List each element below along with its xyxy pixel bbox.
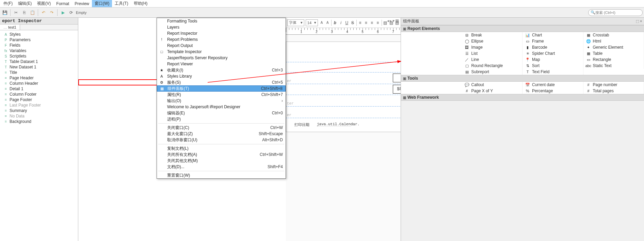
- tree-node[interactable]: SScriptlets: [0, 53, 78, 59]
- save-icon[interactable]: 💾: [1, 9, 8, 16]
- palette-item[interactable]: ▦Table: [583, 50, 644, 57]
- menu-item[interactable]: ▦组件面板(T)Ctrl+Shift+8: [157, 85, 286, 92]
- menu-item[interactable]: 属性(R)Ctrl+Shift+7: [157, 92, 286, 98]
- menu-item[interactable]: Report Output: [157, 43, 286, 49]
- menu-item[interactable]: 输出(O)›: [157, 98, 286, 104]
- next-icon[interactable]: ▸: [390, 18, 392, 23]
- menu-item[interactable]: 关闭其他文档(M): [157, 158, 286, 164]
- copy-icon[interactable]: ⎘: [21, 9, 28, 16]
- menu-format[interactable]: Format: [53, 1, 72, 7]
- section-report-elements[interactable]: ▣Report Elements: [401, 25, 644, 32]
- palette-item[interactable]: 📊Chart: [522, 32, 583, 38]
- cut-icon[interactable]: ✂: [13, 9, 19, 16]
- menu-item[interactable]: 最大化窗口(Z)Shift+Escape: [157, 131, 286, 137]
- menu-item[interactable]: □Template Inspector: [157, 49, 286, 55]
- menu-item[interactable]: JasperReports Server Repository: [157, 55, 286, 61]
- search-box[interactable]: 🔍: [588, 9, 643, 16]
- palette-item[interactable]: ▤Subreport: [462, 69, 523, 75]
- search-input[interactable]: [595, 11, 642, 15]
- redo-icon[interactable]: ↷: [48, 9, 55, 16]
- refresh-icon[interactable]: ⟳: [68, 9, 75, 16]
- palette-controls[interactable]: ⬚ ×: [636, 19, 642, 23]
- align-center-icon[interactable]: ≡: [364, 19, 368, 26]
- menu-item[interactable]: 关闭窗口(C)Ctrl+W: [157, 125, 286, 131]
- menu-item[interactable]: 关闭所有文档(A)Ctrl+Shift+W: [157, 151, 286, 158]
- palette-item[interactable]: ⊟Break: [462, 32, 523, 38]
- menu-item[interactable]: 取消停靠窗口(U)Alt+Shift+D: [157, 137, 286, 143]
- palette-item[interactable]: ▮Barcode: [522, 44, 583, 50]
- palette-item[interactable]: %Percentage: [522, 88, 583, 94]
- palette-item[interactable]: 🌐Html: [583, 38, 644, 44]
- menu-tools[interactable]: 工具(T): [112, 0, 131, 7]
- menu-item[interactable]: 文档(D)...Shift+F4: [157, 164, 286, 170]
- palette-item[interactable]: 💬Callout: [462, 82, 523, 88]
- canvas[interactable]: 年龄 er $F{age} ter er 打印日期 java.util.Cale…: [286, 35, 401, 241]
- palette-item[interactable]: 🖼Image: [462, 44, 523, 50]
- palette-item[interactable]: ／Line: [462, 57, 523, 63]
- tree-node[interactable]: =Last Page Footer: [0, 102, 78, 108]
- window-dropdown[interactable]: Formatting ToolsLayersReport Inspector!R…: [157, 18, 286, 179]
- grid-icon[interactable]: ▦: [395, 18, 399, 23]
- tree-node[interactable]: TNew Dataset 1: [0, 64, 78, 70]
- prev-icon[interactable]: ◂: [387, 18, 389, 23]
- palette-item[interactable]: ▭Rectangle: [583, 57, 644, 63]
- tree-node[interactable]: PParameters: [0, 37, 78, 43]
- tree-node[interactable]: =Page Footer: [0, 97, 78, 102]
- tree-node[interactable]: =Page Header: [0, 75, 78, 81]
- dec-size-icon[interactable]: A: [325, 19, 330, 26]
- menu-item[interactable]: 复制文档(L): [157, 145, 286, 151]
- inspector-tab[interactable]: … test1: [0, 25, 20, 30]
- palette-item[interactable]: ✳Spider Chart: [522, 50, 583, 57]
- menu-preview[interactable]: Preview: [72, 1, 92, 7]
- underline-icon[interactable]: U: [344, 19, 349, 26]
- bold-icon[interactable]: b: [333, 19, 337, 26]
- palette-item[interactable]: ☰List: [462, 50, 523, 57]
- tree-node[interactable]: =Summary: [0, 108, 78, 113]
- align-right-icon[interactable]: ≡: [370, 19, 374, 26]
- run-icon[interactable]: ▶: [60, 9, 66, 16]
- palette-item[interactable]: ▦Crosstab: [583, 32, 644, 38]
- menu-item[interactable]: Report Inspector: [157, 30, 286, 36]
- size-combo[interactable]: 14▾: [306, 19, 318, 26]
- tree-node[interactable]: fxVariables: [0, 48, 78, 53]
- palette-item[interactable]: ⇅Sort: [522, 63, 583, 69]
- menu-item[interactable]: Layers: [157, 24, 286, 30]
- tree-node[interactable]: =Column Header: [0, 81, 78, 86]
- palette-item[interactable]: #Total pages: [583, 88, 644, 94]
- menu-item[interactable]: 进程(P): [157, 116, 286, 122]
- undo-icon[interactable]: ↶: [40, 9, 47, 16]
- menu-item[interactable]: !Report Problems: [157, 36, 286, 43]
- menu-item[interactable]: Welcome to Jaspersoft iReport Designer: [157, 104, 286, 110]
- font-combo[interactable]: 字体▾: [287, 19, 304, 26]
- menu-file[interactable]: 件(F): [1, 0, 15, 7]
- palette-item[interactable]: TText Field: [522, 69, 583, 75]
- menu-view[interactable]: 视图(V): [34, 0, 53, 7]
- menu-item[interactable]: 重置窗口(W): [157, 172, 286, 178]
- tree-node[interactable]: =Background: [0, 119, 78, 124]
- tree-node[interactable]: TTable Dataset 1: [0, 59, 78, 64]
- menu-help[interactable]: 帮助(H): [131, 0, 150, 7]
- italic-icon[interactable]: i: [339, 19, 343, 26]
- paste-icon[interactable]: 📋: [29, 9, 36, 16]
- align-left-icon[interactable]: ≡: [358, 19, 362, 26]
- tree-node[interactable]: =No Data: [0, 113, 78, 119]
- palette-item[interactable]: ▢Round Rectangle: [462, 63, 523, 69]
- menu-item[interactable]: Report Viewer: [157, 61, 286, 67]
- palette-item[interactable]: #Page number: [583, 82, 644, 88]
- tree-node[interactable]: =Title: [0, 70, 78, 75]
- tree-node[interactable]: =Column Footer: [0, 92, 78, 97]
- menu-item[interactable]: ★收藏夹(I)Ctrl+3: [157, 67, 286, 73]
- menu-item[interactable]: 编辑器(E)Ctrl+0: [157, 110, 286, 116]
- palette-item[interactable]: ✦Generic Element: [583, 44, 644, 50]
- palette-item[interactable]: ◯Ellipse: [462, 38, 523, 44]
- tree-node[interactable]: =Detail 1: [0, 86, 78, 92]
- palette-item[interactable]: ▭Frame: [522, 38, 583, 44]
- menu-item[interactable]: AStyles Library: [157, 73, 286, 79]
- menu-item[interactable]: ⚙服务(S)Ctrl+5: [157, 79, 286, 85]
- tree-node[interactable]: AStyles: [0, 32, 78, 37]
- report-tree[interactable]: AStylesPParametersFFieldsfxVariablesSScr…: [0, 30, 78, 126]
- palette-item[interactable]: abcStatic Text: [583, 63, 644, 69]
- menu-item[interactable]: Formatting Tools: [157, 18, 286, 24]
- dropdown-icon[interactable]: ▾: [392, 18, 395, 23]
- tree-node[interactable]: FFields: [0, 43, 78, 48]
